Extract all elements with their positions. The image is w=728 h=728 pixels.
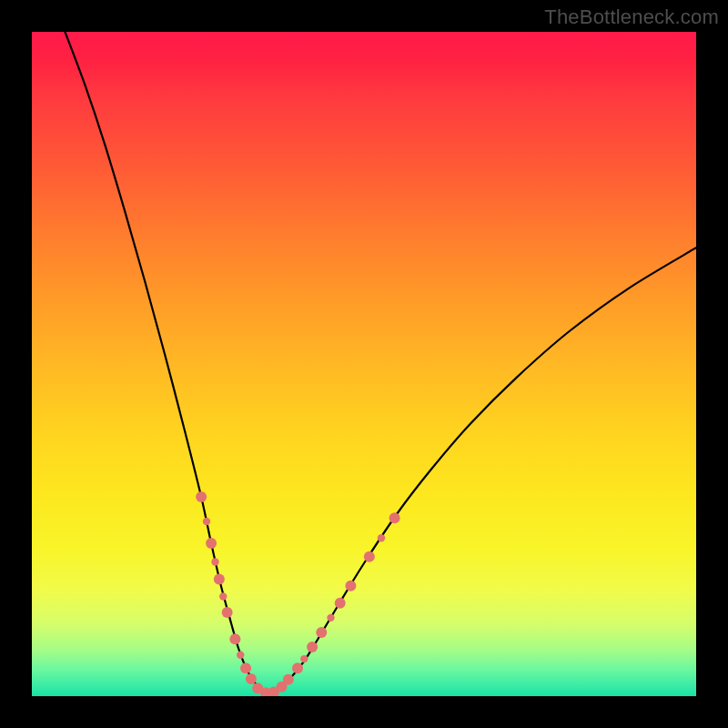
curve-marker [237, 652, 244, 659]
curve-marker [206, 538, 217, 549]
plot-area [32, 32, 696, 696]
bottleneck-curve [66, 32, 697, 693]
curve-marker [327, 614, 334, 622]
curve-marker [211, 558, 218, 565]
curve-marker [219, 592, 227, 600]
curve-markers [196, 491, 399, 696]
curve-marker [307, 642, 318, 652]
curve-marker [214, 574, 225, 585]
curve-marker [292, 662, 303, 673]
watermark-text: TheBottleneck.com [544, 5, 719, 29]
curve-marker [203, 518, 210, 525]
curve-marker [283, 674, 294, 685]
curve-layer [32, 32, 696, 696]
curve-marker [316, 627, 327, 638]
curve-marker [364, 551, 375, 562]
curve-marker [300, 655, 308, 662]
curve-marker [229, 633, 240, 644]
curve-marker [246, 673, 257, 684]
curve-marker [222, 607, 233, 618]
curve-marker [389, 512, 400, 523]
curve-marker [196, 491, 207, 502]
chart-frame: TheBottleneck.com [0, 0, 728, 728]
curve-marker [378, 534, 385, 541]
curve-marker [240, 662, 251, 673]
curve-marker [335, 598, 346, 609]
curve-marker [345, 581, 356, 592]
